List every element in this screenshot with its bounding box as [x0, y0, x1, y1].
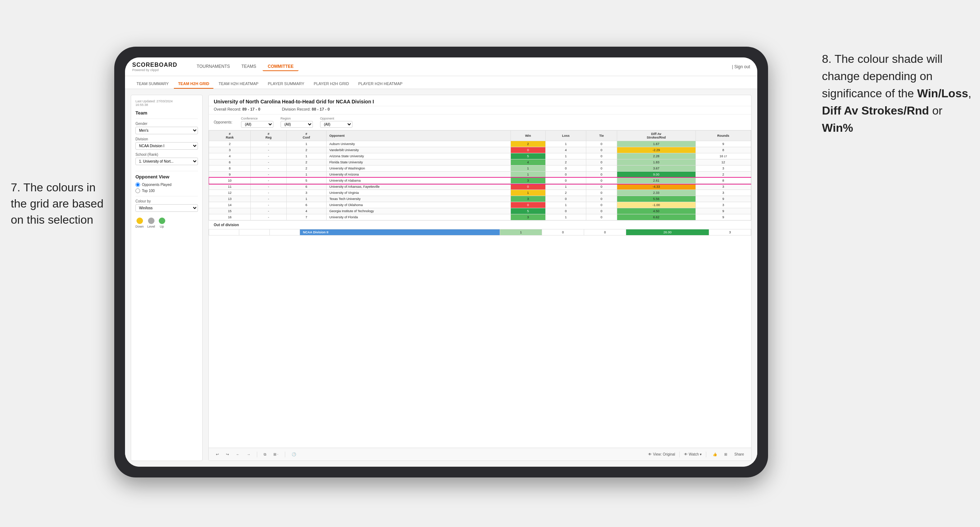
cell-diff: 1.83: [617, 159, 695, 165]
paste-button[interactable]: ⊞ ·: [271, 451, 280, 457]
share-button[interactable]: Share: [732, 451, 746, 457]
region-filter: Region (All): [280, 117, 313, 128]
logo-text: SCOREBOARD: [132, 62, 177, 68]
cell-diff: 5.56: [617, 196, 695, 202]
od-conf: [269, 229, 300, 235]
table-row: 12 - 3 University of Virginia 1 2 0 2.33…: [209, 190, 751, 196]
grid-filters: Opponents: Conference (All) Region (All): [209, 114, 751, 130]
opponent-view-title: Opponent View: [135, 174, 198, 179]
undo-button[interactable]: ↩: [214, 451, 221, 457]
annotation-right: 8. The colour shade will change dependin…: [822, 50, 973, 137]
col-rounds: Rounds: [695, 131, 751, 141]
cell-tie: 0: [586, 153, 617, 159]
gender-select[interactable]: Men's: [135, 127, 198, 134]
col-diff: Diff AvStrokes/Rnd: [617, 131, 695, 141]
cell-rank: 15: [209, 208, 251, 214]
nav-teams[interactable]: TEAMS: [236, 62, 261, 71]
cell-loss: 0: [546, 208, 586, 214]
cell-rounds: 9: [695, 208, 751, 214]
cell-team: Arizona State University: [326, 153, 511, 159]
tablet-screen: SCOREBOARD Powered by clippd TOURNAMENTS…: [125, 57, 757, 467]
sign-out-button[interactable]: | Sign out: [732, 64, 751, 69]
opponent-filter-select[interactable]: (All): [320, 121, 352, 128]
share-icon-button[interactable]: ⊞: [722, 451, 729, 457]
cell-conf: 2: [286, 165, 326, 171]
region-filter-select[interactable]: (All): [280, 121, 313, 128]
left-panel: Last Updated: 27/03/2024 16:55:38 Team G…: [131, 95, 203, 461]
cell-win: 2: [511, 141, 546, 147]
cell-rounds: 9: [695, 141, 751, 147]
colour-by-select[interactable]: Win/loss: [135, 204, 198, 212]
cell-rank: 12: [209, 190, 251, 196]
school-select[interactable]: 1. University of Nort...: [135, 157, 198, 165]
cell-win: 0: [511, 147, 546, 153]
legend-level-dot: [148, 217, 154, 224]
table-row: 3 - 2 Vanderbilt University 0 4 0 -2.29 …: [209, 147, 751, 153]
out-of-division-label: Out of division: [209, 221, 751, 229]
watch-button[interactable]: 👁 Watch ▾: [684, 452, 702, 456]
grid-area: University of North Carolina Head-to-Hea…: [208, 95, 751, 461]
nav-committee[interactable]: COMMITTEE: [262, 62, 299, 71]
cell-diff: 2.28: [617, 153, 695, 159]
cell-rank: 16: [209, 214, 251, 221]
cell-diff: 3.67: [617, 165, 695, 171]
annotation-left-text: The colours in the grid are based on thi…: [11, 181, 103, 226]
tab-player-h2h-grid[interactable]: PLAYER H2H GRID: [309, 79, 353, 89]
col-win: Win: [511, 131, 546, 141]
table-row: 14 - 6 University of Oklahoma 0 1 0 -1.0…: [209, 202, 751, 208]
cell-reg: -: [251, 178, 287, 184]
data-table-wrapper: #Rank #Reg #Conf Opponent Win Loss Tie D…: [209, 130, 751, 448]
redo-button[interactable]: ↪: [224, 451, 231, 457]
tab-player-summary[interactable]: PLAYER SUMMARY: [263, 79, 309, 89]
legend-level: Level: [147, 217, 155, 228]
radio-opponents-played[interactable]: Opponents Played: [135, 183, 198, 187]
cell-tie: 0: [586, 165, 617, 171]
toolbar-sep-2: [285, 452, 285, 457]
clock-button[interactable]: 🕐: [290, 451, 298, 457]
conference-filter-label: Conference: [241, 117, 274, 120]
legend-up: Up: [159, 217, 165, 228]
cell-loss: 4: [546, 147, 586, 153]
cell-win: 1: [511, 165, 546, 171]
od-diff: 26.00: [626, 229, 709, 235]
tab-team-h2h-grid[interactable]: TEAM H2H GRID: [174, 79, 214, 89]
cell-reg: -: [251, 208, 287, 214]
col-conf: #Conf: [286, 131, 326, 141]
cell-rank: 14: [209, 202, 251, 208]
watch-icon: 👁: [684, 452, 687, 456]
nav-tournaments[interactable]: TOURNAMENTS: [192, 62, 235, 71]
tab-player-h2h-heatmap[interactable]: PLAYER H2H HEATMAP: [354, 79, 407, 89]
cell-reg: -: [251, 153, 287, 159]
division-select[interactable]: NCAA Division I: [135, 142, 198, 150]
opponent-view-radio-group: Opponents Played Top 100: [135, 183, 198, 193]
tab-team-h2h-heatmap[interactable]: TEAM H2H HEATMAP: [214, 79, 262, 89]
forward-button[interactable]: →: [245, 451, 253, 457]
toolbar-sep-3: [679, 452, 680, 457]
od-label: NCAA Division II: [300, 229, 500, 235]
cell-win: 4: [511, 159, 546, 165]
cell-rank: 13: [209, 196, 251, 202]
cell-team: University of Arkansas, Fayetteville: [326, 184, 511, 190]
thumbs-up-button[interactable]: 👍: [711, 451, 719, 457]
opponent-filter: Opponent (All): [320, 117, 352, 128]
cell-conf: 1: [286, 196, 326, 202]
tab-team-summary[interactable]: TEAM SUMMARY: [132, 79, 173, 89]
overall-record: Overall Record: 89 - 17 - 0: [214, 107, 261, 111]
cell-team: Florida State University: [326, 159, 511, 165]
back-button[interactable]: ←: [234, 451, 242, 457]
cell-tie: 0: [586, 184, 617, 190]
legend-down-dot: [137, 217, 143, 224]
main-nav: TOURNAMENTS TEAMS COMMITTEE: [192, 62, 721, 71]
last-updated: Last Updated: 27/03/2024 16:55:38: [135, 100, 198, 106]
radio-top100[interactable]: Top 100: [135, 189, 198, 193]
cell-rank: 2: [209, 141, 251, 147]
toolbar-sep-1: [257, 452, 257, 457]
cell-rank: 10: [209, 178, 251, 184]
logo-sub: Powered by clippd: [132, 68, 177, 72]
copy-button[interactable]: ⧉: [261, 451, 268, 458]
table-row: 6 - 2 Florida State University 4 2 0 1.8…: [209, 159, 751, 165]
conference-filter-select[interactable]: (All): [241, 121, 274, 128]
cell-conf: 3: [286, 190, 326, 196]
cell-diff: 2.61: [617, 178, 695, 184]
col-rank: #Rank: [209, 131, 251, 141]
